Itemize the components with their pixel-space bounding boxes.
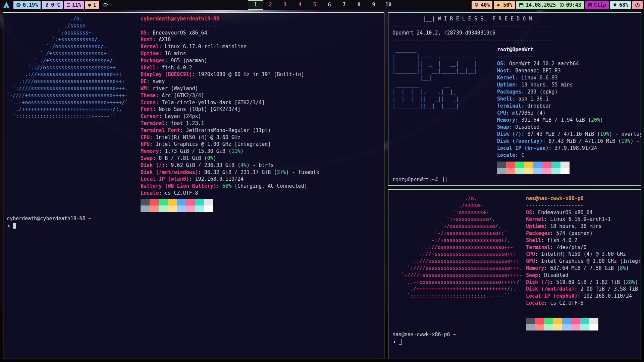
- workspace-strip: 12345678910: [248, 0, 396, 10]
- workspace-1[interactable]: 1: [248, 0, 263, 10]
- fetch-line: Battery (WB Lion Battery): 68% [Charging…: [141, 183, 319, 190]
- palette-swatch: [141, 199, 150, 205]
- fetch-line: Shell: fish 4.0.2: [526, 237, 641, 244]
- palette-swatch: [589, 318, 598, 324]
- fetch-line: Terminal: /dev/pts/0: [526, 244, 641, 251]
- fetch-line: Uptime: 18 hours, 36 mins: [526, 223, 641, 230]
- volume-badge[interactable]: 50%: [494, 1, 515, 9]
- fetch-line: Disk (/): 519.69 GiB / 1.82 TiB (28%) - …: [526, 279, 641, 286]
- workspace-3[interactable]: 3: [278, 0, 292, 10]
- palette-swatch: [571, 324, 580, 330]
- fetch-line: Swap: Disabled: [526, 272, 641, 279]
- workspace-7[interactable]: 7: [337, 0, 352, 10]
- workspace-10[interactable]: 10: [381, 0, 396, 10]
- fetch-line: OS: OpenWrt 24.10.2 aarch64: [497, 60, 641, 67]
- workspace-8[interactable]: 8: [352, 0, 366, 10]
- palette-swatch: [524, 162, 533, 168]
- battery-badge[interactable]: 68%: [610, 1, 631, 9]
- workspace-9[interactable]: 9: [366, 0, 381, 10]
- battery-value: 68%: [619, 2, 628, 8]
- banner-line: |__| W I R E L E S S F R E E D O M: [392, 15, 553, 22]
- palette-swatch: [195, 205, 204, 212]
- clipboard-badge[interactable]: Clip: [585, 1, 609, 9]
- terminal-window-openwrt[interactable]: |__| W I R E L E S S F R E E D O M------…: [388, 12, 641, 186]
- fetch-line: Local IP (wlan0): 192.168.0.119/24: [141, 176, 319, 183]
- palette-swatch: [506, 162, 515, 168]
- palette-swatch: [150, 199, 159, 205]
- workspace-2[interactable]: 2: [263, 0, 278, 10]
- fetch-line: nas@nas-cwwk-x86-p6: [526, 195, 641, 202]
- fetch-line: Memory: 391.64 MiB / 1.94 GiB (20%): [497, 117, 641, 124]
- palette-swatch: [204, 205, 213, 212]
- palette-swatch: [515, 168, 524, 174]
- temperature-badge[interactable]: 0°C: [42, 1, 63, 9]
- cpu-usage-badge[interactable]: 0.19%: [13, 1, 41, 9]
- fetch-line: Disk (/): 9.62 GiB / 236.33 GiB (4%) - b…: [141, 162, 319, 169]
- fetch-line: Packages: 574 (pacman): [526, 230, 641, 237]
- fetch-line: GPU: Intel Graphics @ 1.00 GHz [Integrat…: [526, 258, 641, 265]
- datetime-badge[interactable]: 14.08.2025 09:43: [516, 1, 584, 9]
- palette-swatch: [159, 205, 168, 212]
- fetch-line: WM: river (Wayland): [141, 85, 319, 92]
- workspace-5[interactable]: 5: [307, 0, 322, 10]
- fetch-line: Swap: 0 B / 7.81 GiB (0%): [141, 155, 319, 162]
- terminal-window-cyberdeath[interactable]: ./o. ./sssso- `:osssssss+- `:+ssssssssss…: [3, 12, 384, 359]
- status-bar: 0.19% 0°C ≡ 11% ✱ 1 12345678910: [0, 0, 644, 10]
- fetch-line: Memory: 637.64 MiB / 7.58 GiB (8%): [526, 265, 641, 272]
- fetch-line: cyberdeath@cyberdeath19-NB: [141, 15, 319, 22]
- workspace-4[interactable]: 4: [292, 0, 307, 10]
- palette-swatch: [542, 162, 551, 168]
- lightbulb-icon: [474, 3, 479, 7]
- openwrt-banner: |__| W I R E L E S S F R E E D O M------…: [392, 15, 553, 44]
- arch-logo-icon[interactable]: [0, 1, 13, 9]
- fetch-line: Shell: ash 1.36.1: [497, 96, 641, 103]
- openwrt-ascii-logo: _______ | |.-----.-----.-----. | - || _ …: [392, 46, 477, 110]
- palette-swatch: [535, 318, 544, 324]
- fastfetch-info: root@OpenWrt------------OS: OpenWrt 24.1…: [497, 46, 641, 159]
- time-value: 09:43: [566, 2, 581, 8]
- palette-swatch: [168, 205, 177, 212]
- terminal-window-nas[interactable]: ./o. ./sssso- `:osssssss+- `:+ssssssssss…: [388, 189, 641, 359]
- palette-swatch: [526, 324, 535, 330]
- palette-swatch: [553, 318, 562, 324]
- palette-swatch: [589, 324, 598, 330]
- palette-swatch: [533, 168, 542, 174]
- palette-swatch: [544, 324, 553, 330]
- fetch-line: DE: sway: [141, 78, 319, 85]
- brightness-badge[interactable]: ✱ 1: [85, 1, 99, 9]
- palette-swatch: [515, 162, 524, 168]
- terminal-cursor: [399, 339, 402, 345]
- power-button[interactable]: [632, 1, 643, 9]
- palette-swatch: [150, 205, 159, 212]
- palette-swatch: [571, 318, 580, 324]
- banner-line: ----------------------------------------…: [392, 37, 553, 44]
- idle-inhibit-badge[interactable]: 40%: [472, 1, 492, 9]
- palette-swatch: [177, 205, 186, 212]
- palette-swatch: [560, 168, 570, 174]
- fetch-line: Packages: 299 (opkg): [497, 88, 641, 96]
- shell-prompt: cyberdeath@cyberdeath19-NB ~›: [7, 215, 92, 230]
- fetch-line: Host: Bananapi BPI-R3: [497, 67, 641, 74]
- shell-prompt: nas@nas-cwwk-x86-p6 ~›: [392, 331, 456, 346]
- palette-swatch: [159, 199, 168, 205]
- workspace-6[interactable]: 6: [322, 0, 337, 10]
- fetch-line: Local IP (enp6s0): 192.168.0.110/24: [526, 293, 641, 300]
- fetch-line: Terminal Font: JetBrainsMono-Regular (11…: [141, 127, 319, 134]
- volume-value: 50%: [503, 2, 512, 8]
- palette-swatch: [524, 168, 533, 174]
- palette-swatch: [497, 168, 506, 174]
- asterisk-icon: ✱: [88, 2, 91, 8]
- fetch-line: OS: EndeavourOS x86_64: [141, 29, 319, 37]
- cpu-usage-value: 0.19%: [23, 2, 38, 8]
- speaker-icon: [496, 3, 501, 7]
- palette-swatch: [497, 162, 506, 168]
- fetch-line: Shell: fish 4.0.2: [141, 64, 319, 71]
- wifi-icon[interactable]: [100, 3, 111, 7]
- memory-badge[interactable]: ≡ 11%: [64, 1, 84, 9]
- clock-icon: [559, 3, 564, 7]
- palette-swatch: [542, 168, 551, 174]
- banner-line: OpenWrt 24.10.2, r28739-d9340319c6: [392, 29, 553, 37]
- fetch-line: Disk (/): 87.43 MiB / 471.16 MiB (19%) -…: [497, 131, 641, 138]
- temperature-value: 0°C: [51, 2, 60, 8]
- palette-swatch: [141, 205, 150, 212]
